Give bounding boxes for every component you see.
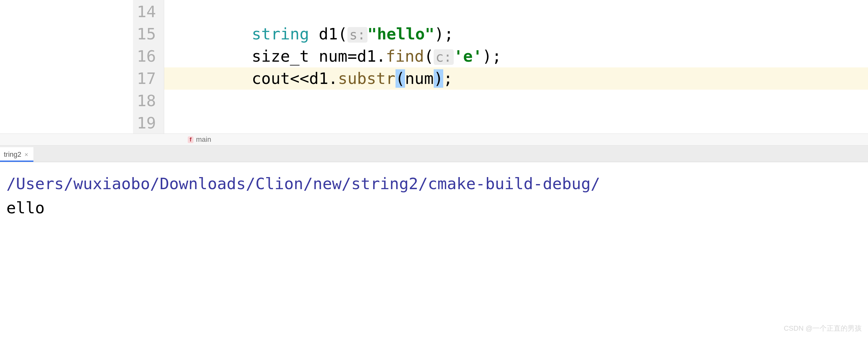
code-line-18[interactable] <box>164 90 868 112</box>
string-literal: "hello" <box>368 25 435 43</box>
console-tab-bar: tring2 × <box>0 146 868 162</box>
code-line-15[interactable]: string d1(s:"hello"); <box>164 23 868 45</box>
keyword-string: string <box>252 25 309 43</box>
line-number[interactable]: 16 <box>133 45 164 67</box>
tab-label: tring2 <box>4 150 21 159</box>
line-number[interactable]: 14 <box>133 1 164 23</box>
line-number[interactable]: 18 <box>133 90 164 112</box>
function-icon: f <box>188 136 193 143</box>
console-tab[interactable]: tring2 × <box>0 147 33 162</box>
watermark: CSDN @一个正直的男孩 <box>784 324 862 333</box>
code-line-14[interactable] <box>164 1 868 23</box>
line-number[interactable]: 15 <box>133 23 164 45</box>
code-line-16[interactable]: size_t num=d1.find(c:'e'); <box>164 45 868 67</box>
code-line-17-current[interactable]: cout<<d1.substr(num); <box>164 67 868 90</box>
paren-close-match: ) <box>434 69 443 88</box>
param-hint: s: <box>347 27 368 43</box>
editor-area: 14 15 16 17 18 19 string d1(s:"hello"); … <box>0 0 868 134</box>
close-icon[interactable]: × <box>25 151 28 158</box>
code-line-19[interactable] <box>164 112 868 134</box>
left-margin <box>0 0 133 134</box>
param-hint: c: <box>434 49 454 65</box>
breadcrumb-label[interactable]: main <box>196 135 211 144</box>
console-output: ello <box>6 196 862 220</box>
func-find: find <box>385 47 424 66</box>
line-number[interactable]: 17 <box>133 67 164 90</box>
paren-open-match: ( <box>396 69 405 88</box>
line-number[interactable]: 19 <box>133 112 164 134</box>
gutter[interactable]: 14 15 16 17 18 19 <box>133 0 164 134</box>
console-area[interactable]: /Users/wuxiaobo/Downloads/Clion/new/stri… <box>0 162 868 223</box>
type-size-t: size_t <box>252 47 309 66</box>
char-literal: 'e' <box>454 47 483 66</box>
breadcrumb-bar[interactable]: f main <box>0 134 868 146</box>
func-substr: substr <box>338 69 396 88</box>
console-path: /Users/wuxiaobo/Downloads/Clion/new/stri… <box>6 172 862 196</box>
code-area[interactable]: string d1(s:"hello"); size_t num=d1.find… <box>164 0 868 134</box>
